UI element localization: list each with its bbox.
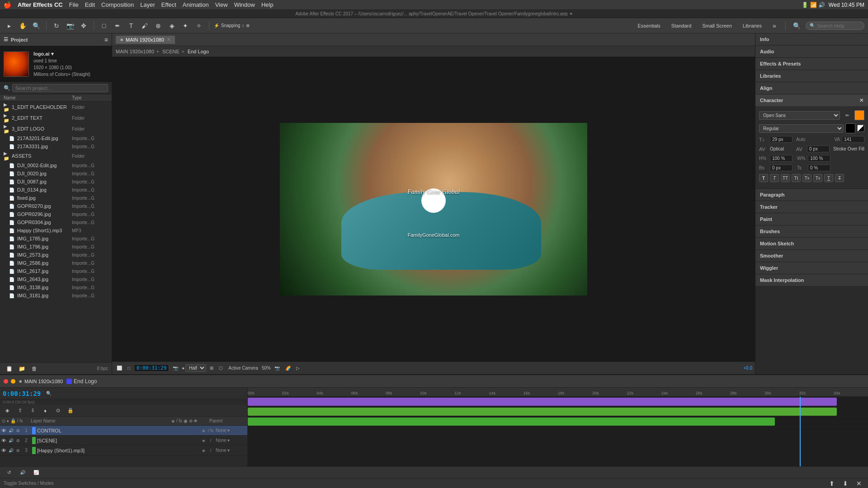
workspace-more-btn[interactable]: »: [769, 20, 780, 31]
comp-tab-close-btn[interactable]: ✕: [167, 37, 170, 42]
breadcrumb-scene[interactable]: SCENE: [162, 49, 179, 54]
eraser-tool-btn[interactable]: ◈: [166, 20, 177, 31]
viewer-snapshot-btn[interactable]: 📷: [273, 365, 282, 371]
zoom-tool-btn[interactable]: 🔍: [31, 20, 42, 31]
quality-select[interactable]: Half: [185, 364, 206, 372]
file-list-item[interactable]: 📄GOPR0296.jpgImporte...G: [0, 210, 112, 218]
pan-tool-btn[interactable]: ✥: [78, 20, 89, 31]
timeline-lock-btn[interactable]: 🔒: [65, 405, 76, 416]
bold-btn[interactable]: T: [759, 174, 768, 182]
file-list-item[interactable]: 📄DJI_0020.jpgImporte...G: [0, 169, 112, 178]
viewer-fast-preview-btn[interactable]: ▷: [294, 365, 302, 371]
clone-tool-btn[interactable]: ⊕: [153, 20, 164, 31]
text-color-swatch[interactable]: [854, 110, 864, 120]
menu-window[interactable]: Window: [234, 1, 255, 8]
strikethrough-btn[interactable]: T: [835, 174, 844, 182]
timeline-solo-btn[interactable]: ⊙: [52, 405, 63, 416]
layer-visibility-btn[interactable]: 👁: [0, 437, 7, 444]
viewer-always-preview-btn[interactable]: ⬜: [115, 365, 124, 371]
file-list-item[interactable]: ▶ 📁2_EDIT TEXTFolder: [0, 113, 112, 123]
file-list-item[interactable]: 📄IMG_3138.jpgImporte...G: [0, 283, 112, 291]
parent-chevron-icon[interactable]: ▾: [227, 438, 230, 443]
file-list-item[interactable]: 📄DJI_0134.jpgImporte...G: [0, 186, 112, 194]
camera-tool-btn[interactable]: 📷: [65, 20, 75, 31]
style-select[interactable]: Regular: [759, 124, 844, 133]
viewer-grid-btn[interactable]: ⊞: [208, 365, 215, 371]
brush-tool-btn[interactable]: 🖌: [139, 20, 150, 31]
timeline-ripple-btn[interactable]: ◈: [2, 405, 13, 416]
track-bar[interactable]: [248, 418, 775, 426]
timecode-display[interactable]: 0:00:31:29: [134, 364, 169, 372]
file-list-item[interactable]: 📄IMG_2573.jpgImporte...G: [0, 251, 112, 259]
file-list-item[interactable]: 📄GOPR0304.jpgImporte...G: [0, 218, 112, 226]
comp-tab-main[interactable]: ■ MAIN 868x488 ✕: [116, 36, 175, 44]
wiggler-header[interactable]: Wiggler: [755, 262, 868, 274]
smallcaps-btn[interactable]: Tt: [792, 174, 801, 182]
italic-btn[interactable]: T: [770, 174, 779, 182]
libraries-section-header[interactable]: Libraries: [755, 70, 868, 82]
track-bar[interactable]: [248, 398, 837, 406]
layer-switch-2[interactable]: /: [208, 447, 214, 454]
file-list-item[interactable]: 📄Happy (Short1).mp3MP3: [0, 226, 112, 235]
subscript-btn[interactable]: Ts: [813, 174, 822, 182]
menu-composition[interactable]: Composition: [101, 1, 134, 8]
new-item-btn[interactable]: 📋: [4, 363, 14, 374]
breadcrumb-end-logo[interactable]: End Logo: [188, 49, 209, 54]
character-section-header[interactable]: Character ✕: [755, 94, 868, 106]
timeline-minimize-btn[interactable]: [11, 379, 15, 384]
menu-animation[interactable]: Animation: [183, 1, 209, 8]
allcaps-btn[interactable]: TT: [781, 174, 790, 182]
menu-file[interactable]: File: [69, 1, 79, 8]
file-list-item[interactable]: 📄217A3331.jpgImporte...G: [0, 142, 112, 150]
puppet-tool-btn[interactable]: ✦: [180, 20, 191, 31]
layer-switch-2[interactable]: /: [208, 437, 214, 444]
brushes-header[interactable]: Brushes: [755, 225, 868, 237]
timeline-audio-btn[interactable]: 🔊: [17, 467, 28, 478]
menu-layer[interactable]: Layer: [140, 1, 155, 8]
menu-edit[interactable]: Edit: [85, 1, 95, 8]
menu-view[interactable]: View: [215, 1, 228, 8]
project-search-input[interactable]: [12, 84, 108, 92]
workspace-libraries-btn[interactable]: Libraries: [739, 22, 765, 30]
timeline-extract-btn[interactable]: ⇩: [27, 405, 38, 416]
stroke-fill-swatch[interactable]: [857, 125, 864, 132]
menu-effect[interactable]: Effect: [161, 1, 176, 8]
mask-interpolation-header[interactable]: Mask Interpolation: [755, 274, 868, 286]
pen-tool-btn[interactable]: ✒: [112, 20, 123, 31]
timeline-search-btn[interactable]: 🔍: [43, 388, 54, 399]
layer-visibility-btn[interactable]: 👁: [0, 427, 7, 434]
file-list-item[interactable]: 📄IMG_1785.jpgImporte...G: [0, 235, 112, 243]
workspace-small-screen-btn[interactable]: Small Screen: [698, 22, 735, 30]
menu-help[interactable]: Help: [261, 1, 274, 8]
timeline-add-marker-btn[interactable]: ♦: [40, 405, 51, 416]
timeline-graph-btn[interactable]: 📈: [31, 467, 42, 478]
delete-item-btn[interactable]: 🗑: [29, 363, 40, 374]
file-list-item[interactable]: ▶ 📁ASSETSFolder: [0, 150, 112, 161]
status-close-btn[interactable]: ✕: [854, 478, 864, 488]
track-bar[interactable]: [248, 408, 837, 416]
audio-section-header[interactable]: Audio: [755, 46, 868, 57]
rotate-tool-btn[interactable]: ↻: [51, 20, 62, 31]
motion-sketch-header[interactable]: Motion Sketch: [755, 238, 868, 249]
layer-audio-btn[interactable]: 🔊: [7, 437, 14, 444]
paint-header[interactable]: Paint: [755, 213, 868, 225]
file-list-item[interactable]: ▶ 📁1_EDIT PLACEHOLDERFolder: [0, 102, 112, 113]
file-list-item[interactable]: 📄IMG_2617.jpgImporte...G: [0, 267, 112, 275]
breadcrumb-main[interactable]: MAIN 868x488: [116, 49, 154, 54]
layer-solo-btn[interactable]: ⊙: [14, 447, 22, 454]
stroke-color-swatch[interactable]: [845, 123, 855, 133]
timeline-comp-tab-main[interactable]: ■ MAIN 868x488: [19, 379, 63, 384]
search-help-input[interactable]: [817, 23, 860, 28]
parent-chevron-icon[interactable]: ▾: [227, 448, 230, 453]
layer-audio-btn[interactable]: 🔊: [7, 427, 14, 434]
tracking-input[interactable]: [807, 145, 830, 152]
selection-tool-btn[interactable]: ▸: [4, 20, 14, 31]
tracker-header[interactable]: Tracker: [755, 201, 868, 213]
character-close-icon[interactable]: ✕: [859, 98, 863, 103]
layer-switch-1[interactable]: ◈: [200, 427, 207, 434]
smoother-header[interactable]: Smoother: [755, 250, 868, 262]
layer-row[interactable]: 👁 🔊 ⊙ 2 [SCENE] ◈ / None ▾: [0, 436, 247, 446]
file-list-item[interactable]: 📄IMG_1796.jpgImporte...G: [0, 243, 112, 251]
timeline-playhead[interactable]: [800, 397, 801, 466]
tsf-input[interactable]: [808, 164, 830, 171]
